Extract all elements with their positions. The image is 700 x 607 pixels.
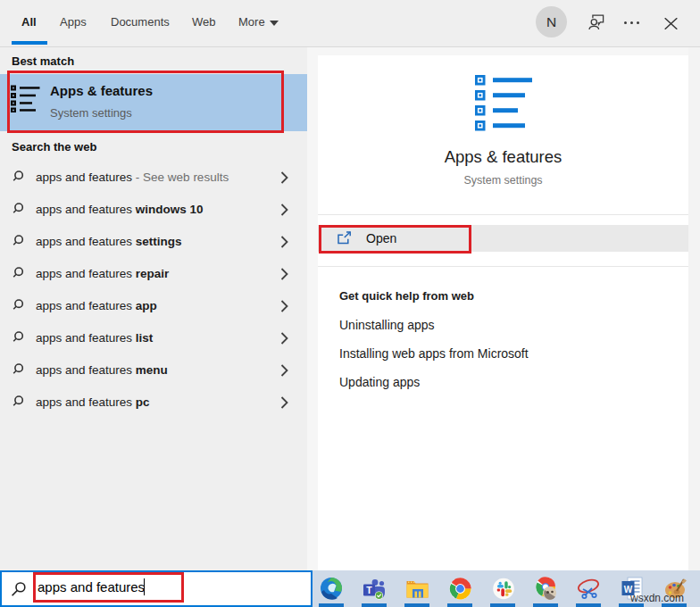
svg-text:T: T <box>366 585 372 595</box>
